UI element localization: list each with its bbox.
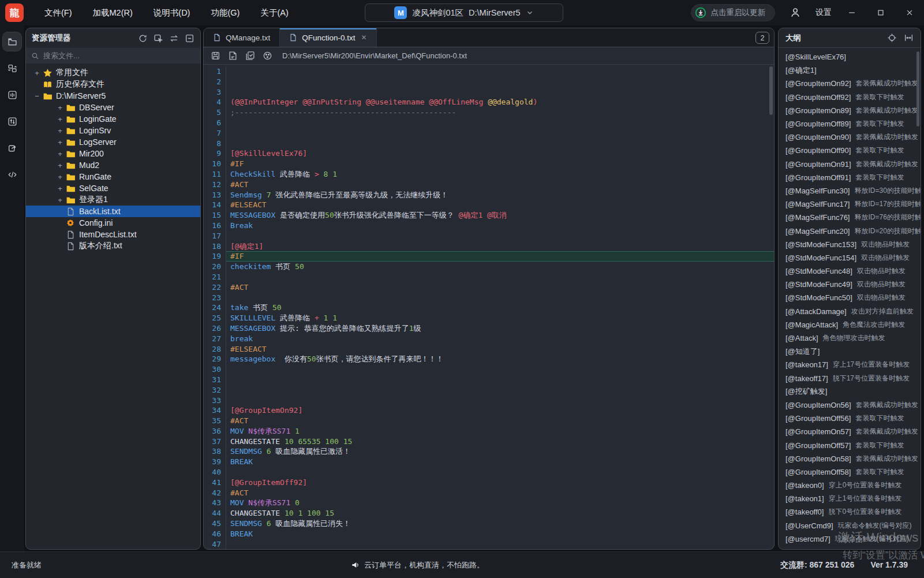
fit-width-icon[interactable] [904, 33, 914, 43]
encoding-icon[interactable] [263, 51, 272, 61]
code-editor[interactable]: 1 2 3 4(@@InPutInteger @@InPutString @@u… [204, 65, 774, 549]
tree-item-Mir200[interactable]: + Mir200 [26, 148, 200, 159]
outline-item[interactable]: [@UserCmd9]玩家命令触发(编号对应) [779, 519, 921, 532]
save-all-icon[interactable] [245, 51, 255, 61]
outline-item[interactable]: [@SkillLevelEx76] [779, 50, 921, 64]
outline-item[interactable]: [@GroupItemOn89]套装佩戴成功时触发 [779, 104, 921, 117]
tab-close-icon[interactable]: ✕ [361, 33, 367, 42]
code-line-15[interactable]: 15MESSAGEBOX 是否确定使用50张书升级强化武兽降临至下一等级？ @确… [204, 210, 774, 221]
tree-item-Mud2[interactable]: + Mud2 [26, 159, 200, 171]
code-line-33[interactable]: 33 [204, 396, 774, 406]
tree-item-历史保存文件[interactable]: 历史保存文件 [26, 79, 200, 90]
app-logo[interactable]: 龍 [5, 3, 24, 22]
code-line-10[interactable]: 10#IF [204, 159, 774, 169]
tree-item-常用文件[interactable]: + 常用文件 [26, 67, 200, 79]
outline-scrollbar[interactable] [916, 51, 919, 126]
code-line-8[interactable]: 8 [204, 139, 774, 149]
code-line-35[interactable]: 35#ACT [204, 416, 774, 426]
code-line-4[interactable]: 4(@@InPutInteger @@InPutString @@useitem… [204, 97, 774, 107]
collapse-all-icon[interactable] [185, 33, 194, 43]
tree-item-LogServer[interactable]: + LogServer [26, 136, 200, 148]
code-line-20[interactable]: 20checkitem 书页 50 [204, 262, 774, 272]
user-icon[interactable] [787, 4, 804, 21]
tab-QFunction-0.txt[interactable]: QFunction-0.txt ✕ [280, 28, 376, 47]
code-line-26[interactable]: 26MESSAGEBOX 提示: 恭喜您的武兽降临又熟练提升了1级 [204, 323, 774, 334]
outline-item[interactable]: [@知道了] [779, 345, 921, 358]
outline-item[interactable]: [@Attack]角色物理攻击时触发 [779, 331, 921, 345]
tab-QManage.txt[interactable]: QManage.txt [204, 28, 280, 47]
code-line-47[interactable]: 47 [204, 539, 774, 549]
tab-count-badge[interactable]: 2 [755, 32, 769, 44]
code-line-29[interactable]: 29messagebox 你没有50张书页，请您达到条件了再来吧！！！ [204, 354, 774, 364]
tree-item-LoginGate[interactable]: + LoginGate [26, 113, 200, 125]
refresh-icon[interactable] [138, 33, 148, 43]
code-line-42[interactable]: 42#ACT [204, 488, 774, 498]
outline-item[interactable]: [@StdModeFunc153]双击物品时触发 [779, 238, 921, 251]
save-doc-icon[interactable] [228, 51, 238, 61]
menu-item-4[interactable]: 关于(A) [252, 4, 296, 22]
code-line-32[interactable]: 32 [204, 385, 774, 396]
code-line-3[interactable]: 3 [204, 87, 774, 98]
outline-item[interactable]: [@GroupItemOff91]套装取下时触发 [779, 171, 921, 184]
rail-share-icon[interactable] [3, 139, 21, 157]
outline-item[interactable]: [@GroupItemOn56]套装佩戴成功时触发 [779, 398, 921, 412]
locate-icon[interactable] [887, 33, 897, 43]
outline-item[interactable]: [@takeoff0]脱下0号位置装备时触发 [779, 505, 921, 519]
code-line-9[interactable]: 9[@SkillLevelEx76] [204, 148, 774, 159]
minimize-button[interactable] [843, 4, 861, 21]
outline-item[interactable]: [@MagSelfFunc30]释放ID=30的技能时触发 [779, 184, 921, 197]
code-line-25[interactable]: 25SKILLLEVEL 武兽降临 + 1 1 [204, 313, 774, 323]
code-line-36[interactable]: 36MOV N$传承SS71 1 [204, 426, 774, 437]
tree-item-DBServer[interactable]: + DBServer [26, 102, 200, 113]
outline-item[interactable]: [@GroupItemOn58]套装佩戴成功时触发 [779, 452, 921, 465]
menu-item-3[interactable]: 功能(G) [203, 4, 248, 22]
outline-item[interactable]: [@GroupItemOff92]套装取下时触发 [779, 91, 921, 104]
swap-h-icon[interactable] [169, 33, 179, 43]
tree-item-ItemDescList.txt[interactable]: ItemDescList.txt [26, 229, 200, 240]
code-line-6[interactable]: 6 [204, 118, 774, 128]
tree-item-LoginSrv[interactable]: + LoginSrv [26, 125, 200, 136]
rail-levels-icon[interactable] [3, 85, 21, 104]
rail-code-icon[interactable] [3, 165, 21, 184]
editor-scrollbar[interactable] [769, 66, 773, 115]
outline-item[interactable]: [@MagSelfFunc20]释放ID=20的技能时触发 [779, 224, 921, 237]
tree-item-登录器1[interactable]: + 登录器1 [26, 194, 200, 206]
outline-item[interactable]: [@takeon17]穿上17号位置装备时触发 [779, 358, 921, 371]
code-line-41[interactable]: 41[@GroupItemOff92] [204, 478, 774, 488]
code-line-11[interactable]: 11CheckSkill 武兽降临 > 8 1 [204, 169, 774, 180]
close-button[interactable] [901, 4, 918, 21]
code-line-34[interactable]: 34[@GroupItemOn92] [204, 405, 774, 416]
outline-item[interactable]: [@usercmd7]玩家命令触发(编号对应) [779, 532, 921, 546]
code-line-28[interactable]: 28#ELSEACT [204, 344, 774, 355]
code-line-17[interactable]: 17 [204, 231, 774, 241]
outline-item[interactable]: [@GroupItemOn92]套装佩戴成功时触发 [779, 77, 921, 90]
settings-button[interactable]: 设置 [815, 8, 832, 18]
rail-swap-icon[interactable] [3, 59, 21, 77]
outline-item[interactable]: [@GroupItemOff56]套装取下时触发 [779, 412, 921, 425]
tree-item-D:\MirServer5[interactable]: − D:\MirServer5 [26, 90, 200, 102]
outline-item[interactable]: [@GroupItemOff58]套装取下时触发 [779, 465, 921, 479]
tree-item-BackList.txt[interactable]: BackList.txt [26, 206, 200, 217]
menu-item-2[interactable]: 说明书(D) [145, 4, 199, 22]
outline-item[interactable]: [@AttackDamage]攻击对方掉血前触发 [779, 305, 921, 318]
code-line-7[interactable]: 7 [204, 128, 774, 139]
outline-item[interactable]: [@MagSelfFunc76]释放ID=76的技能时触发 [779, 211, 921, 224]
outline-item[interactable]: [@StdModeFunc50]双击物品时触发 [779, 291, 921, 304]
code-line-27[interactable]: 27break [204, 334, 774, 344]
tree-item-Config.ini[interactable]: Config.ini [26, 217, 200, 229]
tree-item-版本介绍.txt[interactable]: 版本介绍.txt [26, 240, 200, 252]
reveal-icon[interactable] [154, 33, 163, 43]
code-line-39[interactable]: 39BREAK [204, 457, 774, 467]
code-line-12[interactable]: 12#ACT [204, 180, 774, 190]
outline-item[interactable]: [@GroupItemOn90]套装佩戴成功时触发 [779, 130, 921, 144]
code-line-2[interactable]: 2 [204, 77, 774, 87]
outline-item[interactable]: [@MagicAttack]角色魔法攻击时触发 [779, 318, 921, 331]
code-line-5[interactable]: 5;--------------------------------------… [204, 107, 774, 118]
outline-item[interactable]: [@takeon0]穿上0号位置装备时触发 [779, 479, 921, 492]
code-line-13[interactable]: 13Sendmsg 7 强化武兽降临已升至最高等级九级，无法继续升级！ [204, 190, 774, 200]
file-search[interactable] [26, 48, 200, 64]
code-line-23[interactable]: 23 [204, 293, 774, 303]
code-line-14[interactable]: 14#ELSEACT [204, 200, 774, 210]
rail-files-icon[interactable] [3, 32, 21, 51]
outline-item[interactable]: [@takeoff17]脱下17号位置装备时触发 [779, 372, 921, 385]
